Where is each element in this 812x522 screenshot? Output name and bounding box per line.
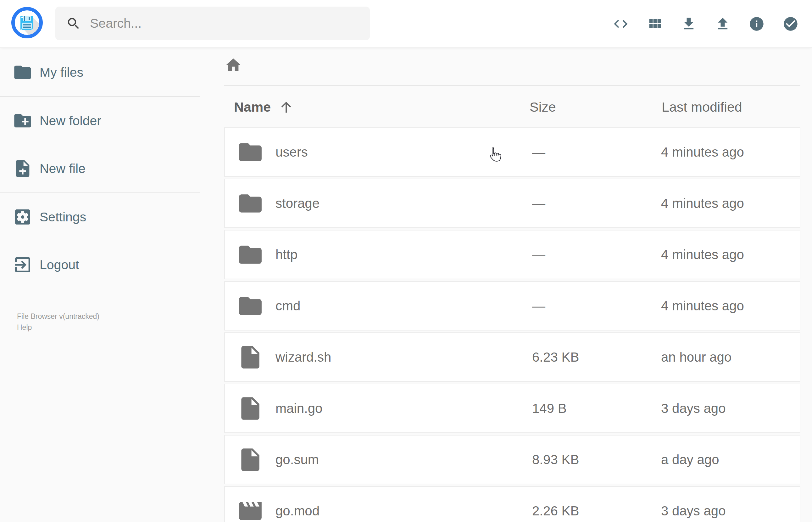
help-link[interactable]: Help [17, 322, 99, 333]
file-row[interactable]: go.mod2.26 KB3 days ago [224, 486, 800, 522]
folder-icon [237, 190, 264, 217]
file-name: storage [276, 196, 320, 211]
file-size: — [532, 247, 545, 262]
file-modified: an hour ago [661, 350, 731, 365]
folder-icon [237, 241, 264, 268]
file-name: wizard.sh [276, 350, 331, 365]
file-modified: a day ago [661, 452, 719, 467]
search-icon [66, 16, 81, 31]
info-circle-icon [749, 16, 765, 32]
search-bar[interactable] [55, 6, 370, 40]
sidebar-item-settings[interactable]: Settings [0, 193, 200, 241]
file-size: 6.23 KB [532, 350, 579, 365]
movie-icon [237, 498, 264, 522]
sort-ascending-arrow-icon [279, 100, 293, 114]
sidebar-item-new-file[interactable]: New file [0, 145, 200, 193]
file-name: users [276, 145, 308, 160]
breadcrumb [224, 48, 800, 86]
upload-button[interactable] [714, 16, 731, 32]
top-bar [0, 0, 812, 48]
upload-arrow-icon [714, 16, 731, 32]
folder-icon [237, 293, 264, 320]
file-row[interactable]: cmd—4 minutes ago [224, 281, 800, 330]
file-modified: 4 minutes ago [661, 298, 744, 314]
sidebar: My files New folder New file Settings Lo… [0, 48, 200, 522]
file-icon [237, 446, 264, 473]
grid-view-button[interactable] [647, 16, 663, 32]
logout-icon [13, 255, 33, 275]
home-icon [225, 56, 242, 74]
file-name: go.sum [276, 452, 319, 467]
floppy-disk-icon [11, 7, 43, 38]
file-name: go.mod [276, 503, 320, 519]
code-brackets-icon [613, 16, 629, 32]
file-modified: 4 minutes ago [661, 247, 744, 262]
folder-icon [237, 139, 264, 166]
file-modified: 4 minutes ago [661, 145, 744, 160]
file-size: 149 B [532, 401, 567, 416]
file-row[interactable]: users—4 minutes ago [224, 127, 800, 177]
check-circle-icon [783, 16, 799, 32]
sidebar-footer: File Browser v(untracked) Help [17, 311, 99, 333]
file-listing: users—4 minutes agostorage—4 minutes ago… [224, 127, 800, 522]
folder-plus-icon [13, 111, 33, 131]
sidebar-item-my-files[interactable]: My files [0, 48, 200, 96]
raw-view-button[interactable] [613, 16, 629, 32]
file-row[interactable]: storage—4 minutes ago [224, 179, 800, 228]
download-button[interactable] [681, 16, 697, 32]
sidebar-item-label: New folder [40, 114, 101, 128]
file-name: main.go [276, 401, 322, 416]
file-plus-icon [13, 159, 33, 179]
download-arrow-icon [681, 16, 697, 32]
filebrowser-logo[interactable] [11, 7, 43, 38]
grid-icon [647, 16, 663, 32]
info-button[interactable] [749, 16, 765, 32]
file-size: — [532, 145, 545, 160]
column-label: Name [234, 99, 271, 115]
file-row[interactable]: main.go149 B3 days ago [224, 384, 800, 433]
sidebar-item-new-folder[interactable]: New folder [0, 97, 200, 145]
home-button[interactable] [225, 56, 242, 74]
sidebar-item-label: New file [40, 161, 85, 176]
file-row[interactable]: http—4 minutes ago [224, 230, 800, 279]
select-multiple-button[interactable] [783, 16, 799, 32]
file-row[interactable]: go.sum8.93 KBa day ago [224, 435, 800, 484]
column-label: Size [530, 99, 556, 115]
column-label: Last modified [662, 99, 742, 115]
search-input[interactable] [90, 16, 354, 31]
listing-header: Name Size Last modified [224, 86, 800, 127]
file-size: 8.93 KB [532, 452, 579, 467]
version-text: File Browser v(untracked) [17, 311, 99, 322]
folder-icon [13, 62, 33, 82]
toolbar-actions [613, 0, 799, 48]
column-header-modified[interactable]: Last modified [662, 86, 742, 127]
sidebar-item-label: Logout [40, 258, 79, 272]
file-name: http [276, 247, 298, 262]
file-modified: 3 days ago [661, 503, 726, 519]
file-icon [237, 344, 264, 371]
file-icon [237, 395, 264, 422]
file-size: — [532, 298, 545, 314]
gear-icon [13, 207, 33, 227]
file-size: 2.26 KB [532, 503, 579, 519]
sidebar-item-label: Settings [40, 210, 86, 224]
file-size: — [532, 196, 545, 211]
file-modified: 4 minutes ago [661, 196, 744, 211]
file-row[interactable]: wizard.sh6.23 KBan hour ago [224, 333, 800, 382]
column-header-name[interactable]: Name [234, 86, 293, 127]
file-modified: 3 days ago [661, 401, 726, 416]
file-name: cmd [276, 298, 300, 314]
sidebar-item-label: My files [40, 65, 83, 80]
sidebar-item-logout[interactable]: Logout [0, 241, 200, 289]
column-header-size[interactable]: Size [530, 86, 556, 127]
